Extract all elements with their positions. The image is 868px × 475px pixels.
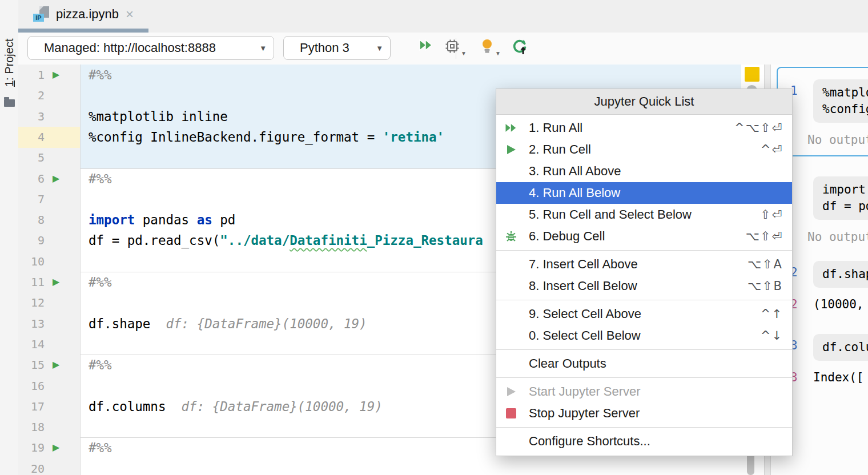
run-all-icon bbox=[418, 38, 434, 54]
code-token-kw: as bbox=[197, 212, 212, 227]
line-number: 17 bbox=[18, 396, 45, 417]
tab-close-icon[interactable]: × bbox=[126, 6, 134, 22]
menu-item-clear-outputs[interactable]: Clear Outputs bbox=[496, 353, 792, 375]
run-all-button[interactable] bbox=[418, 38, 434, 54]
code-text: %config InlineBackend.figure_format = 'r… bbox=[89, 127, 444, 147]
preview-code-cell[interactable]: df.columns bbox=[813, 334, 868, 361]
menu-separator bbox=[496, 377, 792, 378]
menu-item-label: 8. Insert Cell Below bbox=[529, 279, 637, 293]
line-number: 20 bbox=[18, 458, 45, 475]
menu-item-stop-jupyter-server[interactable]: Stop Jupyter Server bbox=[496, 402, 792, 424]
code-token-plain: pandas bbox=[135, 212, 196, 227]
jupyter-server-select[interactable]: Managed: http://localhost:8888 ▼ bbox=[27, 36, 274, 60]
line-number: 15 bbox=[18, 355, 45, 375]
menu-separator bbox=[496, 250, 792, 251]
line-number: 4 bbox=[18, 127, 45, 147]
tab-title: pizza.ipynb bbox=[56, 7, 119, 22]
menu-item-run-cell[interactable]: 2. Run Cell^⏎ bbox=[496, 139, 792, 160]
menu-item-label: Start Jupyter Server bbox=[529, 384, 641, 399]
menu-item-insert-cell-below[interactable]: 8. Insert Cell Below⌥⇧B bbox=[496, 275, 792, 297]
code-token-str: _Pizza_Restaura bbox=[367, 233, 483, 248]
run-cell-gutter-icon[interactable]: ▶ bbox=[53, 168, 64, 189]
menu-item-run-all[interactable]: 1. Run All^⌥⇧⏎ bbox=[496, 117, 792, 139]
code-text: %matplotlib inline bbox=[89, 106, 228, 127]
execution-count-in: 1 bbox=[790, 84, 813, 98]
code-token-plain: %matplotlib inline bbox=[89, 109, 228, 124]
menu-item-shortcut: ⇧⏎ bbox=[761, 208, 783, 222]
code-token-cellmark: #%% bbox=[89, 67, 112, 82]
line-number: 13 bbox=[18, 313, 45, 334]
run-all-icon bbox=[504, 120, 519, 135]
preview-output-text: Index([ bbox=[813, 371, 864, 384]
preview-code-cell[interactable]: %matplotlib inline%config InlineBackend.… bbox=[813, 79, 868, 123]
line-number: 2 bbox=[18, 85, 45, 106]
line-number: 12 bbox=[18, 292, 45, 313]
project-toolwindow-button[interactable]: 1: Project bbox=[3, 39, 16, 87]
menu-item-debug-cell[interactable]: 6. Debug Cell⌥⇧⏎ bbox=[496, 226, 792, 247]
menu-item-shortcut: ^↓ bbox=[761, 329, 783, 343]
line-number: 8 bbox=[18, 210, 45, 230]
run-cell-gutter-icon[interactable]: ▶ bbox=[53, 437, 64, 458]
preview-code-line: import pandas as pd bbox=[822, 182, 868, 198]
debug-icon bbox=[504, 229, 519, 244]
preview-code-cell[interactable]: import pandas as pddf = pd.read_csv("../… bbox=[813, 176, 868, 220]
code-text: import pandas as pd bbox=[89, 210, 235, 230]
menu-item-shortcut: ^↑ bbox=[761, 307, 783, 321]
line-number: 11 bbox=[18, 272, 45, 292]
run-cell-gutter-icon[interactable]: ▶ bbox=[53, 65, 64, 85]
code-text: #%% bbox=[89, 272, 112, 292]
execution-count-out: 2 bbox=[790, 297, 813, 311]
popup-title: Jupyter Quick List bbox=[496, 89, 792, 115]
line-number: 1 bbox=[18, 65, 45, 85]
execution-count-out: 3 bbox=[790, 371, 813, 384]
execution-count-in: 2 bbox=[790, 265, 813, 279]
chevron-down-icon: ▼ bbox=[259, 44, 267, 53]
menu-item-insert-cell-above[interactable]: 7. Insert Cell Above⌥⇧A bbox=[496, 253, 792, 275]
line-number: 16 bbox=[18, 376, 45, 396]
menu-item-label: Clear Outputs bbox=[529, 356, 606, 371]
code-token-cellmark: #%% bbox=[89, 440, 112, 455]
code-text: df = pd.read_csv("../data/Datafiniti_Piz… bbox=[89, 230, 483, 251]
menu-item-shortcut: ⌥⇧⏎ bbox=[746, 230, 783, 243]
code-token-str-typo: Datafiniti bbox=[290, 233, 367, 248]
code-token-plain: %config InlineBackend.figure_format = bbox=[89, 130, 383, 144]
code-line[interactable]: 20 bbox=[18, 458, 741, 475]
code-token-cellmark: #%% bbox=[89, 275, 112, 289]
menu-separator bbox=[496, 349, 792, 350]
chevron-down-icon: ▼ bbox=[461, 50, 467, 57]
run-cell-gutter-icon[interactable]: ▶ bbox=[53, 355, 64, 375]
menu-item-select-cell-above[interactable]: 9. Select Cell Above^↑ bbox=[496, 303, 792, 325]
preview-code-line: df.shape bbox=[822, 266, 868, 283]
no-outputs-label: No outputs bbox=[807, 230, 868, 244]
menu-separator bbox=[496, 300, 792, 300]
menu-item-run-all-below[interactable]: 4. Run All Below bbox=[496, 182, 792, 204]
execution-count-in: 3 bbox=[790, 339, 813, 352]
project-folder-icon[interactable] bbox=[4, 99, 15, 107]
run-cell-gutter-icon[interactable]: ▶ bbox=[53, 272, 64, 292]
preview-code-line: %matplotlib inline bbox=[822, 84, 868, 101]
inspection-warning-marker[interactable] bbox=[745, 67, 760, 82]
notebook-file-icon: IP bbox=[33, 6, 50, 23]
code-token-cellmark: #%% bbox=[89, 171, 112, 186]
menu-item-label: 3. Run All Above bbox=[529, 164, 621, 179]
code-text: #%% bbox=[89, 437, 112, 458]
menu-item-configure-shortcuts[interactable]: Configure Shortcuts... bbox=[496, 430, 792, 452]
active-tab-underline bbox=[18, 29, 148, 33]
code-text: #%% bbox=[89, 168, 112, 189]
toolbar-divider bbox=[456, 38, 456, 59]
code-token-plain: pd bbox=[212, 212, 236, 227]
intentions-bulb-button[interactable]: ▼ bbox=[480, 38, 501, 57]
start-icon bbox=[504, 384, 519, 399]
code-line[interactable]: 1▶#%% bbox=[18, 65, 741, 85]
kernel-select[interactable]: Python 3 ▼ bbox=[283, 36, 391, 60]
preview-code-cell[interactable]: df.shape bbox=[813, 261, 868, 288]
code-text: df.columns df: {DataFrame}(10000, 19) bbox=[89, 396, 383, 417]
menu-item-run-all-above[interactable]: 3. Run All Above bbox=[496, 160, 792, 182]
menu-item-select-cell-below[interactable]: 0. Select Cell Below^↓ bbox=[496, 325, 792, 347]
tab-pizza-ipynb[interactable]: IP pizza.ipynb × bbox=[23, 0, 148, 29]
no-outputs-label: No outputs bbox=[807, 133, 868, 147]
ide-window: 1: Project IP pizza.ipynb × Managed: htt… bbox=[0, 0, 868, 475]
sync-upload-button[interactable] bbox=[512, 38, 528, 57]
menu-item-start-jupyter-server: Start Jupyter Server bbox=[496, 381, 792, 402]
menu-item-run-cell-and-select-below[interactable]: 5. Run Cell and Select Below⇧⏎ bbox=[496, 204, 792, 226]
